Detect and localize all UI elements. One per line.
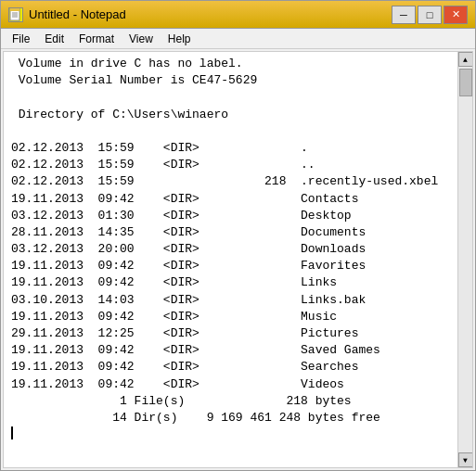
- menu-bar: FileEditFormatViewHelp: [1, 29, 475, 49]
- menu-item-edit[interactable]: Edit: [37, 31, 71, 47]
- content-area: Volume in drive C has no label. Volume S…: [3, 51, 473, 468]
- vertical-scrollbar[interactable]: ▲ ▼: [457, 52, 472, 467]
- text-editor[interactable]: Volume in drive C has no label. Volume S…: [4, 52, 472, 467]
- svg-rect-1: [10, 8, 19, 11]
- title-bar-left: Untitled - Notepad: [8, 7, 126, 22]
- cursor-line: [11, 426, 465, 439]
- maximize-button[interactable]: □: [418, 6, 442, 24]
- menu-item-file[interactable]: File: [5, 31, 37, 47]
- text-cursor: [11, 426, 13, 439]
- notepad-window: Untitled - Notepad ─ □ ✕ FileEditFormatV…: [0, 0, 476, 471]
- app-icon: [8, 7, 23, 22]
- minimize-button[interactable]: ─: [392, 6, 416, 24]
- scroll-thumb[interactable]: [459, 69, 472, 96]
- menu-item-view[interactable]: View: [122, 31, 161, 47]
- title-bar: Untitled - Notepad ─ □ ✕: [1, 1, 475, 29]
- window-title: Untitled - Notepad: [29, 7, 126, 21]
- scroll-up-button[interactable]: ▲: [458, 52, 473, 67]
- close-button[interactable]: ✕: [444, 6, 468, 24]
- menu-item-help[interactable]: Help: [161, 31, 199, 47]
- menu-item-format[interactable]: Format: [71, 31, 122, 47]
- window-controls: ─ □ ✕: [392, 6, 468, 24]
- scroll-down-button[interactable]: ▼: [458, 452, 473, 467]
